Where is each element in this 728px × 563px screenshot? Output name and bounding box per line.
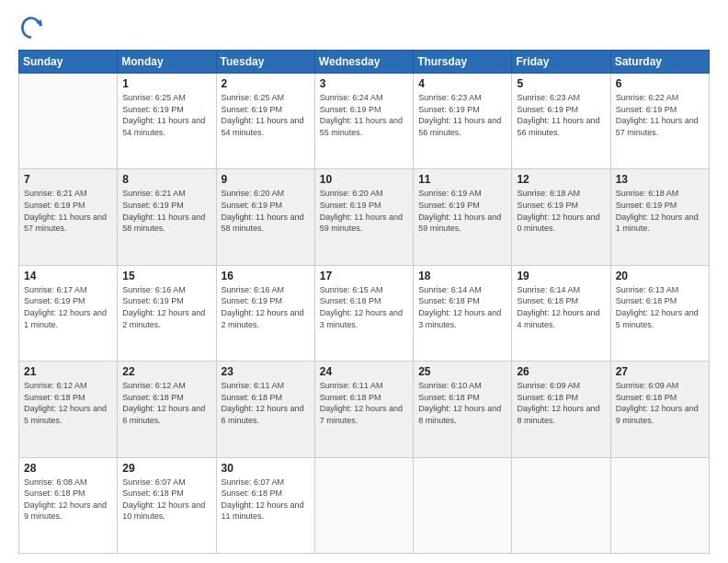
weekday-header: Saturday — [610, 51, 709, 74]
calendar-cell: 8Sunrise: 6:21 AMSunset: 6:19 PMDaylight… — [118, 169, 216, 265]
calendar-cell — [314, 457, 413, 553]
day-number: 13 — [616, 173, 704, 186]
calendar-cell: 25Sunrise: 6:10 AMSunset: 6:18 PMDayligh… — [414, 362, 512, 457]
day-info: Sunrise: 6:16 AMSunset: 6:19 PMDaylight:… — [222, 284, 310, 330]
day-info: Sunrise: 6:21 AMSunset: 6:19 PMDaylight:… — [24, 188, 112, 234]
calendar-cell: 13Sunrise: 6:18 AMSunset: 6:19 PMDayligh… — [610, 169, 709, 265]
day-info: Sunrise: 6:12 AMSunset: 6:18 PMDaylight:… — [122, 380, 210, 426]
day-number: 12 — [517, 173, 605, 186]
day-number: 8 — [122, 173, 210, 186]
day-number: 7 — [24, 173, 112, 186]
calendar-cell: 21Sunrise: 6:12 AMSunset: 6:18 PMDayligh… — [19, 362, 118, 457]
calendar-week-row: 21Sunrise: 6:12 AMSunset: 6:18 PMDayligh… — [19, 362, 710, 457]
day-info: Sunrise: 6:07 AMSunset: 6:18 PMDaylight:… — [122, 477, 210, 523]
page: SundayMondayTuesdayWednesdayThursdayFrid… — [0, 0, 728, 563]
day-info: Sunrise: 6:25 AMSunset: 6:19 PMDaylight:… — [222, 92, 310, 138]
day-info: Sunrise: 6:14 AMSunset: 6:18 PMDaylight:… — [418, 284, 506, 330]
day-info: Sunrise: 6:25 AMSunset: 6:19 PMDaylight:… — [122, 92, 210, 138]
day-info: Sunrise: 6:08 AMSunset: 6:18 PMDaylight:… — [24, 477, 112, 523]
day-info: Sunrise: 6:20 AMSunset: 6:19 PMDaylight:… — [222, 188, 310, 234]
calendar-cell: 15Sunrise: 6:16 AMSunset: 6:19 PMDayligh… — [118, 265, 216, 361]
day-number: 5 — [517, 77, 605, 90]
calendar-table: SundayMondayTuesdayWednesdayThursdayFrid… — [18, 50, 710, 554]
day-info: Sunrise: 6:09 AMSunset: 6:18 PMDaylight:… — [517, 380, 605, 426]
day-number: 26 — [517, 365, 605, 378]
day-number: 25 — [418, 365, 506, 378]
day-number: 15 — [122, 270, 210, 282]
day-number: 28 — [24, 462, 112, 475]
day-number: 14 — [24, 270, 112, 282]
calendar-cell: 22Sunrise: 6:12 AMSunset: 6:18 PMDayligh… — [118, 362, 216, 457]
day-info: Sunrise: 6:15 AMSunset: 6:18 PMDaylight:… — [320, 284, 408, 330]
day-info: Sunrise: 6:22 AMSunset: 6:19 PMDaylight:… — [616, 92, 704, 138]
weekday-header: Tuesday — [216, 51, 314, 74]
day-number: 6 — [616, 77, 704, 90]
day-info: Sunrise: 6:18 AMSunset: 6:19 PMDaylight:… — [616, 188, 704, 234]
calendar-cell: 30Sunrise: 6:07 AMSunset: 6:18 PMDayligh… — [216, 457, 314, 553]
day-number: 23 — [222, 365, 310, 378]
calendar-cell: 6Sunrise: 6:22 AMSunset: 6:19 PMDaylight… — [610, 74, 709, 169]
day-number: 29 — [122, 462, 210, 475]
day-info: Sunrise: 6:19 AMSunset: 6:19 PMDaylight:… — [418, 188, 506, 234]
calendar-cell: 19Sunrise: 6:14 AMSunset: 6:18 PMDayligh… — [512, 265, 610, 361]
calendar-cell — [414, 457, 512, 553]
day-info: Sunrise: 6:09 AMSunset: 6:18 PMDaylight:… — [616, 380, 704, 426]
day-number: 21 — [24, 365, 112, 378]
calendar-cell: 9Sunrise: 6:20 AMSunset: 6:19 PMDaylight… — [216, 169, 314, 265]
calendar-cell: 7Sunrise: 6:21 AMSunset: 6:19 PMDaylight… — [19, 169, 118, 265]
day-number: 20 — [616, 270, 704, 282]
calendar-cell: 24Sunrise: 6:11 AMSunset: 6:18 PMDayligh… — [314, 362, 413, 457]
day-number: 4 — [418, 77, 506, 90]
header — [18, 15, 710, 40]
day-number: 17 — [320, 270, 408, 282]
day-number: 10 — [320, 173, 408, 186]
day-info: Sunrise: 6:18 AMSunset: 6:19 PMDaylight:… — [517, 188, 605, 234]
day-number: 3 — [320, 77, 408, 90]
calendar-cell: 20Sunrise: 6:13 AMSunset: 6:18 PMDayligh… — [610, 265, 709, 361]
day-info: Sunrise: 6:23 AMSunset: 6:19 PMDaylight:… — [517, 92, 605, 138]
calendar-week-row: 14Sunrise: 6:17 AMSunset: 6:19 PMDayligh… — [19, 265, 710, 361]
calendar-cell: 11Sunrise: 6:19 AMSunset: 6:19 PMDayligh… — [414, 169, 512, 265]
weekday-header: Thursday — [414, 51, 512, 74]
day-info: Sunrise: 6:24 AMSunset: 6:19 PMDaylight:… — [320, 92, 408, 138]
day-info: Sunrise: 6:07 AMSunset: 6:18 PMDaylight:… — [222, 477, 310, 523]
calendar-cell — [610, 457, 709, 553]
day-info: Sunrise: 6:16 AMSunset: 6:19 PMDaylight:… — [122, 284, 210, 330]
calendar-cell: 3Sunrise: 6:24 AMSunset: 6:19 PMDaylight… — [314, 74, 413, 169]
day-number: 27 — [616, 365, 704, 378]
calendar-cell: 2Sunrise: 6:25 AMSunset: 6:19 PMDaylight… — [216, 74, 314, 169]
weekday-header: Wednesday — [314, 51, 413, 74]
calendar-cell: 17Sunrise: 6:15 AMSunset: 6:18 PMDayligh… — [314, 265, 413, 361]
calendar-week-row: 28Sunrise: 6:08 AMSunset: 6:18 PMDayligh… — [19, 457, 710, 553]
day-info: Sunrise: 6:21 AMSunset: 6:19 PMDaylight:… — [122, 188, 210, 234]
day-info: Sunrise: 6:11 AMSunset: 6:18 PMDaylight:… — [320, 380, 408, 426]
calendar-cell: 12Sunrise: 6:18 AMSunset: 6:19 PMDayligh… — [512, 169, 610, 265]
day-info: Sunrise: 6:12 AMSunset: 6:18 PMDaylight:… — [24, 380, 112, 426]
day-number: 9 — [222, 173, 310, 186]
day-info: Sunrise: 6:14 AMSunset: 6:18 PMDaylight:… — [517, 284, 605, 330]
day-info: Sunrise: 6:17 AMSunset: 6:19 PMDaylight:… — [24, 284, 112, 330]
day-info: Sunrise: 6:20 AMSunset: 6:19 PMDaylight:… — [320, 188, 408, 234]
weekday-header: Monday — [118, 51, 216, 74]
calendar-cell: 4Sunrise: 6:23 AMSunset: 6:19 PMDaylight… — [414, 74, 512, 169]
day-number: 19 — [517, 270, 605, 282]
weekday-header: Sunday — [19, 51, 118, 74]
day-number: 11 — [418, 173, 506, 186]
logo — [18, 15, 48, 40]
calendar-cell: 18Sunrise: 6:14 AMSunset: 6:18 PMDayligh… — [414, 265, 512, 361]
calendar-cell — [512, 457, 610, 553]
day-number: 30 — [222, 462, 310, 475]
calendar-cell — [19, 74, 118, 169]
day-number: 1 — [122, 77, 210, 90]
day-number: 24 — [320, 365, 408, 378]
calendar-cell: 10Sunrise: 6:20 AMSunset: 6:19 PMDayligh… — [314, 169, 413, 265]
day-number: 2 — [222, 77, 310, 90]
day-number: 22 — [122, 365, 210, 378]
day-info: Sunrise: 6:10 AMSunset: 6:18 PMDaylight:… — [418, 380, 506, 426]
calendar-week-row: 1Sunrise: 6:25 AMSunset: 6:19 PMDaylight… — [19, 74, 710, 169]
logo-icon — [18, 15, 44, 40]
day-info: Sunrise: 6:13 AMSunset: 6:18 PMDaylight:… — [616, 284, 704, 330]
calendar-cell: 29Sunrise: 6:07 AMSunset: 6:18 PMDayligh… — [118, 457, 216, 553]
day-number: 16 — [222, 270, 310, 282]
day-info: Sunrise: 6:23 AMSunset: 6:19 PMDaylight:… — [418, 92, 506, 138]
